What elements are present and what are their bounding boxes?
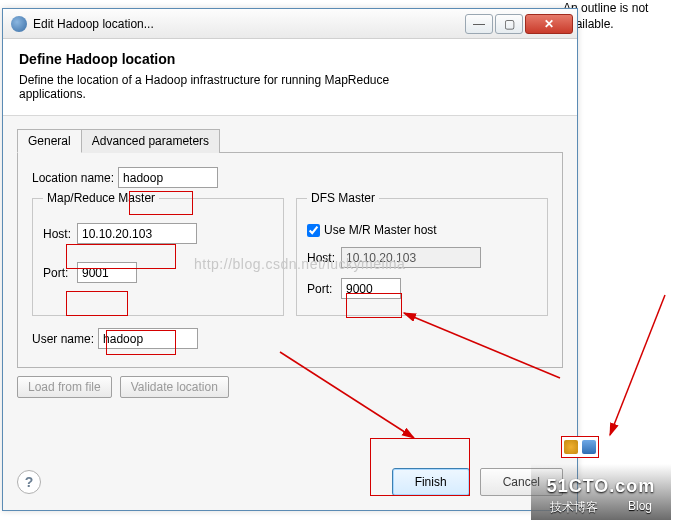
location-input[interactable] bbox=[118, 167, 218, 188]
logo-brand: 51CTO.com bbox=[547, 476, 656, 497]
mapreduce-icon[interactable] bbox=[564, 440, 578, 454]
dfs-master-fieldset: DFS Master Use M/R Master host Host: Por… bbox=[296, 198, 548, 316]
dfs-port-label: Port: bbox=[307, 282, 341, 296]
mr-port-label: Port: bbox=[43, 266, 77, 280]
close-button[interactable]: ✕ bbox=[525, 14, 573, 34]
dialog-footer: ? Finish Cancel bbox=[3, 460, 577, 510]
mr-port-input[interactable] bbox=[77, 262, 137, 283]
finish-button[interactable]: Finish bbox=[392, 468, 470, 496]
user-label: User name: bbox=[32, 332, 94, 346]
mr-host-label: Host: bbox=[43, 227, 77, 241]
hadoop-icon[interactable] bbox=[582, 440, 596, 454]
dfs-port-input[interactable] bbox=[341, 278, 401, 299]
window-title: Edit Hadoop location... bbox=[33, 17, 465, 31]
use-mr-host-label: Use M/R Master host bbox=[324, 223, 437, 237]
header-title: Define Hadoop location bbox=[19, 51, 561, 67]
mr-master-legend: Map/Reduce Master bbox=[43, 191, 159, 205]
tool-buttons: Load from file Validate location bbox=[17, 376, 563, 398]
watermark-logo: 51CTO.com 技术博客 Blog bbox=[531, 464, 671, 520]
toolbar-icons-highlight bbox=[561, 436, 599, 458]
tabs: General Advanced parameters bbox=[17, 128, 563, 152]
dialog-content: General Advanced parameters Location nam… bbox=[3, 116, 577, 398]
minimize-button[interactable]: — bbox=[465, 14, 493, 34]
user-row: User name: bbox=[32, 328, 548, 349]
mr-host-input[interactable] bbox=[77, 223, 197, 244]
logo-sub1: 技术博客 bbox=[550, 499, 598, 516]
user-input[interactable] bbox=[98, 328, 198, 349]
svg-line-2 bbox=[610, 295, 665, 435]
masters-row: Map/Reduce Master Host: Port: DFS Master bbox=[32, 198, 548, 316]
location-row: Location name: bbox=[32, 167, 548, 188]
dfs-master-legend: DFS Master bbox=[307, 191, 379, 205]
edit-hadoop-dialog: Edit Hadoop location... — ▢ ✕ Define Had… bbox=[2, 8, 578, 511]
use-mr-host-checkbox[interactable] bbox=[307, 224, 320, 237]
dfs-host-label: Host: bbox=[307, 251, 341, 265]
window-controls: — ▢ ✕ bbox=[465, 14, 573, 34]
load-from-file-button[interactable]: Load from file bbox=[17, 376, 112, 398]
tab-advanced[interactable]: Advanced parameters bbox=[81, 129, 220, 153]
tab-body-general: Location name: Map/Reduce Master Host: P… bbox=[17, 152, 563, 368]
header-description: Define the location of a Hadoop infrastr… bbox=[19, 73, 439, 101]
eclipse-icon bbox=[11, 16, 27, 32]
mr-master-fieldset: Map/Reduce Master Host: Port: bbox=[32, 198, 284, 316]
logo-sub2: Blog bbox=[628, 499, 652, 516]
tab-general[interactable]: General bbox=[17, 129, 82, 153]
outline-empty-text: An outline is not available. bbox=[563, 0, 667, 32]
maximize-button[interactable]: ▢ bbox=[495, 14, 523, 34]
titlebar[interactable]: Edit Hadoop location... — ▢ ✕ bbox=[3, 9, 577, 39]
dfs-host-input bbox=[341, 247, 481, 268]
validate-location-button[interactable]: Validate location bbox=[120, 376, 229, 398]
location-label: Location name: bbox=[32, 171, 114, 185]
dialog-header: Define Hadoop location Define the locati… bbox=[3, 39, 577, 116]
help-icon[interactable]: ? bbox=[17, 470, 41, 494]
